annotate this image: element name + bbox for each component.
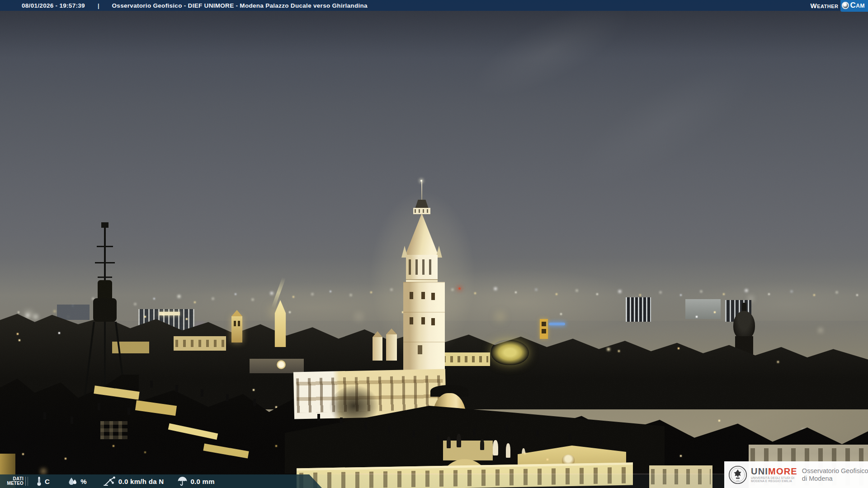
unimore-name: UNIMORE xyxy=(751,466,797,476)
wind-anemometer-icon xyxy=(103,476,116,486)
wind-item: 0.0 km/h da N xyxy=(103,476,164,486)
dati-meteo-label: DATI METEO xyxy=(0,477,24,486)
temperature-value: C xyxy=(45,478,50,485)
weathercam-logo-box: Cam xyxy=(840,0,868,12)
webcam-lens-icon xyxy=(842,2,849,9)
wind-value: 0.0 km/h da N xyxy=(118,478,164,485)
temperature-item: C xyxy=(36,476,50,486)
observatory-name: Osservatorio Geofisico di Modena xyxy=(802,467,868,483)
vignette xyxy=(0,0,868,488)
label-divider xyxy=(25,477,28,486)
unimore-subtitle-line2: MODENA E REGGIO EMILIA xyxy=(751,479,797,483)
unimore-subtitle-line1: UNIVERSITÀ DEGLI STUDI DI xyxy=(751,476,797,480)
unimore-crest-icon: 1175 xyxy=(728,465,747,484)
unimore-name-uni: UNI xyxy=(751,466,768,476)
observatory-name-line1: Osservatorio Geofisico xyxy=(802,467,868,475)
rain-item: 0.0 mm xyxy=(177,477,215,486)
humidity-icon xyxy=(68,477,78,486)
svg-text:1175: 1175 xyxy=(736,479,740,481)
webcam-frame: 08/01/2026 - 19:57:39 | Osservatorio Geo… xyxy=(0,0,868,488)
unimore-logo-box: 1175 UNIMORE UNIVERSITÀ DEGLI STUDI DI M… xyxy=(724,461,868,488)
weathercam-logo: Weather Cam xyxy=(810,0,868,11)
unimore-subtitle: UNIVERSITÀ DEGLI STUDI DI MODENA E REGGI… xyxy=(751,476,797,483)
weather-data-bar: DATI METEO C % xyxy=(0,474,322,488)
header-bar: 08/01/2026 - 19:57:39 | Osservatorio Geo… xyxy=(0,0,868,11)
humidity-item: % xyxy=(68,477,87,486)
rain-umbrella-icon xyxy=(177,477,188,486)
thermometer-icon xyxy=(36,476,42,486)
observatory-name-line2: di Modena xyxy=(802,475,868,483)
dati-meteo-line2: METEO xyxy=(0,481,24,486)
weathercam-logo-weather: Weather xyxy=(810,2,838,9)
unimore-name-more: MORE xyxy=(768,466,797,476)
rain-value: 0.0 mm xyxy=(190,478,215,485)
unimore-wordmark: UNIMORE UNIVERSITÀ DEGLI STUDI DI MODENA… xyxy=(751,467,797,483)
webcam-title: Osservatorio Geofisico - DIEF UNIMORE - … xyxy=(112,2,368,9)
title-separator: | xyxy=(98,2,99,9)
timestamp: 08/01/2026 - 19:57:39 xyxy=(22,2,85,9)
humidity-value: % xyxy=(80,478,87,485)
weathercam-logo-cam: Cam xyxy=(850,1,865,10)
